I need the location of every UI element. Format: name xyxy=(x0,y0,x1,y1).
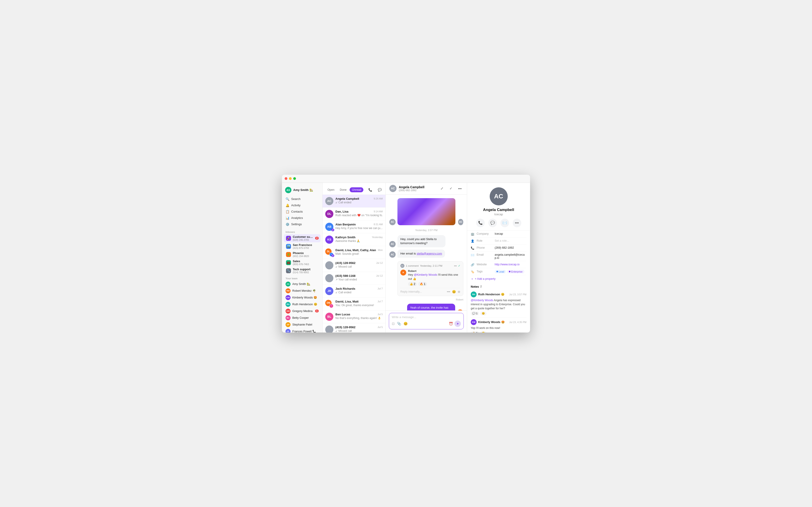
profile-name: Angela Campbell xyxy=(483,208,514,212)
slash-command-icon[interactable]: ⊡ xyxy=(392,322,395,326)
check-button[interactable]: ✓ xyxy=(447,185,454,192)
sidebar-item-settings[interactable]: ⚙️ Settings xyxy=(284,221,321,227)
conv-item-dan-lisa[interactable]: DL Dan, Lisa 9:14 AM Ruth reacted with ❤… xyxy=(323,208,385,221)
chat-image xyxy=(397,198,455,225)
conv-body-angela: Angela Campbell 9:26 AM ↙ Call ended xyxy=(335,197,383,204)
sidebar-item-activity[interactable]: 🔔 Activity xyxy=(284,202,321,209)
sidebar-item-contacts[interactable]: 📋 Contacts xyxy=(284,209,321,215)
maximize-button[interactable] xyxy=(293,177,296,180)
reaction-thumbsup[interactable]: 👍 2 xyxy=(408,282,417,286)
team-name-kimberly: Kimberly Woods 🤩 xyxy=(292,296,319,299)
conv-body-phone1: (415) 128-9562 Jul 12 ↙ Missed call xyxy=(335,261,383,268)
conv-item-phone2[interactable]: (415) 598-1168 Jul 12 ↗ Your call ended xyxy=(323,272,385,285)
conv-item-angela[interactable]: AC Angela Campbell 9:26 AM ↙ Call ended xyxy=(323,195,385,208)
note-2-reaction-1[interactable]: 🙏 1 xyxy=(471,331,479,333)
tab-open[interactable]: Open xyxy=(325,187,337,192)
conv-item-kathryn[interactable]: KS Kathryn Smith Yesterday Awesome thank… xyxy=(323,233,385,246)
comment-author-name: Robert xyxy=(408,270,461,272)
tab-done[interactable]: Done xyxy=(338,187,349,192)
team-member-betty[interactable]: BC Betty Cooper xyxy=(284,315,321,321)
inbox-item-phoenix[interactable]: 🌵 Phoenix (602) 154-9820 xyxy=(284,250,321,259)
thread-more-icon[interactable]: ••• xyxy=(454,265,457,267)
attachment-icon[interactable]: 📎 xyxy=(397,322,401,326)
message-profile-button[interactable]: 💬 xyxy=(488,219,497,227)
conv-item-phone3[interactable]: (415) 128-9562 Jul 5 ↙ Missed call xyxy=(323,323,385,333)
inbox-item-tech-support[interactable]: 🔧 Tech support (514) 705-8002 xyxy=(284,267,321,275)
date-divider-yesterday: Yesterday, 2:07 PM xyxy=(389,229,463,231)
inbox-icon-san-francisco: 🏙️ xyxy=(286,244,291,249)
conv-item-phone1[interactable]: (415) 128-9562 Jul 12 ↙ Missed call xyxy=(323,259,385,272)
inbox-phone-customer-support: (628) 246-3765 xyxy=(293,238,313,241)
company-label: Company xyxy=(477,232,492,235)
note-1-reaction-2[interactable]: 😊 xyxy=(480,312,487,316)
close-button[interactable] xyxy=(285,177,287,180)
minimize-button[interactable] xyxy=(289,177,292,180)
conv-item-alan[interactable]: AB 2 Alan Benjamin 8:31 AM Hey Amy, if y… xyxy=(323,221,385,233)
conv-item-jack[interactable]: JR Jack Richards Jul 7 ↙ Call ended xyxy=(323,285,385,297)
team-member-robert[interactable]: RM Robert Mendez 🌴 xyxy=(284,287,321,294)
msg-text-robert: Yeah of course, the invite has just gone… xyxy=(410,306,448,310)
inboxes-list: 🚀 Customer support (628) 246-3765 2 🏙️ S… xyxy=(282,234,322,275)
sidebar: AS Amy Smith 🏡 🔍 Search 🔔 Activity 📋 Con… xyxy=(282,175,323,333)
role-value[interactable]: Set a role... xyxy=(495,239,527,242)
expand-button[interactable]: ⤢ xyxy=(438,185,445,192)
info-role[interactable]: 👤 Role Set a role... xyxy=(471,238,527,244)
team-member-frances[interactable]: FP Frances Powell 📞 xyxy=(284,328,321,333)
thread-check-icon: ✓ xyxy=(458,264,461,267)
conv-item-ben[interactable]: BL Ben Lucas Jul 5 No that's everything,… xyxy=(323,311,385,323)
conv-name-kathryn: Kathryn Smith xyxy=(335,236,356,239)
chat-input-text[interactable]: Write a message... xyxy=(392,316,461,319)
conv-item-david-matt[interactable]: DM + David, Lisa, Matt Jul 7 You: Ok gre… xyxy=(323,297,385,311)
inbox-phone-phoenix: (602) 154-9820 xyxy=(293,255,319,258)
reaction-fire[interactable]: 🔥 1 xyxy=(418,282,427,286)
team-member-gregory[interactable]: GM Gregory Medina 1 xyxy=(284,308,321,315)
reply-internally: Reply internally... ••• 😊 ⊕ xyxy=(400,288,461,293)
add-property-button[interactable]: ＋ + Add a property xyxy=(467,275,530,283)
clock-icon[interactable]: ⏰ xyxy=(449,322,453,326)
email-link[interactable]: stella@agency.com xyxy=(417,252,442,255)
sidebar-item-search[interactable]: 🔍 Search xyxy=(284,196,321,202)
sidebar-username: Amy Smith 🏡 xyxy=(293,188,313,191)
reply-more-icon[interactable]: ••• xyxy=(447,290,450,293)
tags-icon: 🏷️ xyxy=(471,270,474,273)
conv-header-alan: Alan Benjamin 8:31 AM xyxy=(335,223,383,226)
message-action-button[interactable]: 💬 xyxy=(377,187,383,193)
chat-header-avatar: AC xyxy=(389,185,396,192)
team-member-ruth[interactable]: RH Ruth Henderson 😊 xyxy=(284,301,321,308)
email-action-button[interactable]: ✉️ xyxy=(500,219,509,227)
company-icon: 🏢 xyxy=(471,232,474,236)
team-member-kimberly[interactable]: KW Kimberly Woods 🤩 xyxy=(284,294,321,301)
chat-input-box[interactable]: Write a message... ⊡ 📎 😊 ⏰ ➤ xyxy=(389,313,464,329)
send-button[interactable]: ➤ xyxy=(454,321,461,327)
team-member-amy[interactable]: AS Amy Smith 🏡 xyxy=(284,281,321,287)
conv-preview-ben: No that's everything, thanks again! 👌 xyxy=(335,317,383,320)
tag-lead-dot xyxy=(496,271,498,272)
team-member-stephanie[interactable]: SP Stephanie Patel xyxy=(284,321,321,328)
team-avatar-ruth: RH xyxy=(285,302,290,307)
reply-send-icon[interactable]: ⊕ xyxy=(458,290,461,293)
inbox-item-san-francisco[interactable]: 🏙️ San Francisco (415) 875-5793 xyxy=(284,242,321,250)
inbox-item-customer-support[interactable]: 🚀 Customer support (628) 246-3765 2 xyxy=(284,234,321,242)
more-options-button[interactable]: ••• xyxy=(456,185,463,192)
contact-avatar-1: AC xyxy=(389,241,396,247)
reply-input[interactable]: Reply internally... xyxy=(400,290,445,293)
sidebar-item-analytics[interactable]: 📊 Analytics xyxy=(284,215,321,221)
emoji-icon[interactable]: 😊 xyxy=(403,322,408,326)
search-icon: 🔍 xyxy=(285,197,289,201)
conversation-scroll[interactable]: AC Angela Campbell 9:26 AM ↙ Call ended … xyxy=(323,195,385,333)
phone-action-button[interactable]: 📞 xyxy=(367,187,373,193)
reply-emoji-icon[interactable]: 😊 xyxy=(452,290,456,293)
tag-enterprise[interactable]: Enterprise xyxy=(507,270,524,273)
conv-avatar-kathryn: KS xyxy=(325,236,333,244)
tag-lead[interactable]: Lead xyxy=(495,270,506,273)
tab-unread[interactable]: Unread xyxy=(349,187,363,192)
inbox-item-sales[interactable]: 💼 Sales (800) 676-7463 xyxy=(284,259,321,267)
website-value[interactable]: http://www.icecap.io xyxy=(495,263,527,266)
sidebar-user[interactable]: AS Amy Smith 🏡 xyxy=(282,185,322,195)
comment-body: R Robert Hey @Kimberly Woods I'll send t… xyxy=(400,270,461,286)
call-action-button[interactable]: 📞 xyxy=(476,219,485,227)
profile-more-button[interactable]: ••• xyxy=(513,219,521,227)
note-1-reaction-1[interactable]: 💬 1 xyxy=(471,312,479,316)
note-2-reaction-2[interactable]: 😊 xyxy=(480,331,487,333)
conv-item-david-group[interactable]: DL + 2 David, Lisa, Matt, Cathy, Alan Mo… xyxy=(323,246,385,259)
